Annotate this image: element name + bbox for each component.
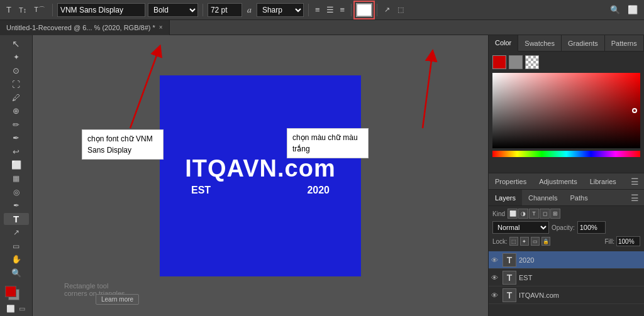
properties-tabs: Properties Adjustments Libraries ☰	[489, 173, 644, 190]
screen-mode-button[interactable]: ▭	[17, 303, 27, 313]
sharpness-select[interactable]: Sharp Smooth Strong	[257, 3, 304, 17]
text-tool[interactable]: T	[4, 213, 29, 225]
document-tab[interactable]: Untitled-1-Recovered @ 6... % (2020, RGB…	[0, 20, 170, 35]
brush-tool[interactable]: ✏	[4, 119, 29, 131]
layer-name-2020: 2020	[519, 256, 641, 264]
layers-subtabs: Layers Channels Paths ☰	[489, 190, 644, 206]
gradients-tab[interactable]: Gradients	[562, 35, 605, 51]
3d-text-button[interactable]: ↗	[382, 4, 392, 15]
hand-tool[interactable]: ✋	[4, 253, 29, 265]
layer-filter-type[interactable]: T	[529, 209, 539, 219]
swatches-tab[interactable]: Swatches	[518, 35, 562, 51]
healing-brush-tool[interactable]: ⊕	[4, 105, 29, 117]
eye-icon-2020[interactable]: 👁	[491, 256, 500, 264]
layers-list: 👁 T 2020 👁 T EST 👁 T ITQAVN.com	[489, 251, 644, 304]
zoom-tool[interactable]: 🔍	[4, 267, 29, 279]
text-tool-button[interactable]: T	[4, 4, 14, 16]
separator5	[377, 4, 377, 16]
libraries-tab[interactable]: Libraries	[584, 173, 623, 189]
learn-more-button[interactable]: Learn more	[96, 294, 139, 305]
font-annotation-box: chọn font chữ VNM Sans Display	[82, 129, 164, 160]
eye-icon-itqavn[interactable]: 👁	[491, 291, 500, 299]
separator4	[351, 4, 352, 16]
crop-tool[interactable]: ⛶	[4, 78, 29, 90]
selection-tool[interactable]: ↖	[4, 38, 29, 50]
layer-filter-pixel[interactable]: ⬜	[508, 209, 518, 219]
foreground-color-swatch[interactable]	[5, 286, 16, 297]
path-selection-tool[interactable]: ↗	[4, 226, 29, 238]
channels-tab[interactable]: Channels	[522, 190, 564, 205]
search-button[interactable]: 🔍	[608, 4, 623, 16]
hue-slider[interactable]	[492, 151, 640, 157]
eraser-tool[interactable]: ⬜	[4, 159, 29, 171]
paths-tab[interactable]: Paths	[564, 190, 594, 205]
layers-tab[interactable]: Layers	[489, 190, 522, 205]
tab-close-button[interactable]: ×	[159, 24, 163, 31]
lock-artboard-btn[interactable]: ▭	[531, 237, 540, 246]
layer-item-itqavn[interactable]: 👁 T ITQAVN.com	[489, 286, 644, 304]
align-left-button[interactable]: ≡	[313, 4, 322, 16]
adjustments-tab[interactable]: Adjustments	[533, 173, 584, 189]
font-size-input[interactable]	[208, 3, 242, 17]
layer-filter-shape[interactable]: ◻	[540, 209, 550, 219]
layer-filter-adjust[interactable]: ◑	[518, 209, 528, 219]
layers-search-row: Kind ⬜ ◑ T ◻ ⊞	[492, 209, 640, 219]
type-options-button[interactable]: ⬚	[395, 4, 406, 15]
separator1	[52, 4, 53, 16]
clone-stamp-tool[interactable]: ✒	[4, 132, 29, 144]
layer-item-2020[interactable]: 👁 T 2020	[489, 251, 644, 269]
shape-tool[interactable]: ▭	[4, 240, 29, 252]
dodge-tool[interactable]: ◎	[4, 186, 29, 198]
top-toolbar: T T↕ T⌒ Bold Regular Italic 𝑎 Sharp Smoo…	[0, 0, 644, 20]
properties-menu[interactable]: ☰	[626, 173, 644, 189]
quick-mask-button[interactable]: ⬜	[6, 303, 16, 313]
transparent-color-chip[interactable]	[525, 55, 539, 69]
canvas-year-label: 2020	[307, 185, 330, 196]
opacity-label: Opacity:	[552, 224, 575, 231]
layer-filter-smart[interactable]: ⊞	[550, 209, 560, 219]
properties-tab[interactable]: Properties	[489, 173, 533, 189]
font-style-select[interactable]: Bold Regular Italic	[148, 3, 198, 17]
background-color-chip[interactable]	[509, 55, 523, 69]
color-swatches-row	[492, 55, 640, 69]
fill-input[interactable]	[616, 236, 640, 246]
fill-label: Fill:	[604, 238, 614, 245]
color-gradient-picker[interactable]	[492, 73, 640, 148]
tab-label: Untitled-1-Recovered @ 6... % (2020, RGB…	[6, 24, 155, 31]
lock-label: Lock:	[492, 238, 508, 245]
direct-selection-tool[interactable]: ✦	[4, 51, 29, 63]
color-gradient-main	[492, 73, 640, 148]
color-tab[interactable]: Color	[489, 35, 518, 52]
eyedropper-tool[interactable]: 🖊	[4, 92, 29, 104]
opacity-input[interactable]	[577, 221, 606, 234]
lock-pixels-btn[interactable]: ⬚	[509, 237, 518, 246]
align-right-button[interactable]: ≡	[338, 4, 347, 16]
blend-mode-row: Normal Multiply Screen Opacity:	[492, 221, 640, 234]
blend-mode-select[interactable]: Normal Multiply Screen	[492, 221, 549, 234]
color-panel-body	[489, 52, 644, 163]
warp-text-button[interactable]: T⌒	[31, 4, 48, 16]
font-name-input[interactable]	[57, 3, 145, 17]
canvas-main-text: ITQAVN.com	[185, 155, 335, 182]
color-picker-circle[interactable]	[632, 108, 637, 113]
history-brush-tool[interactable]: ↩	[4, 146, 29, 158]
gradient-tool[interactable]: ▦	[4, 173, 29, 185]
color-annotation-box: chọn màu chữ màu trắng	[287, 128, 369, 158]
canvas-area: ITQAVN.com EST 2020 chọn font chữ VNM Sa…	[33, 35, 488, 316]
antialiasing-button[interactable]: 𝑎	[245, 3, 254, 16]
color-gradient-dark	[492, 73, 640, 148]
layers-menu[interactable]: ☰	[626, 190, 644, 205]
foreground-color-chip[interactable]	[492, 55, 506, 69]
lock-all-btn[interactable]: 🔒	[541, 237, 550, 246]
arrange-button[interactable]: ⬜	[625, 4, 640, 16]
align-center-button[interactable]: ☰	[325, 4, 336, 16]
main-area: ↖ ✦ ⊙ ⛶ 🖊 ⊕ ✏ ✒ ↩ ⬜ ▦ ◎ ✒ T ↗ ▭ ✋ 🔍 ⬜ ▭ …	[0, 35, 644, 316]
patterns-tab[interactable]: Patterns	[605, 35, 644, 51]
pen-tool[interactable]: ✒	[4, 199, 29, 211]
toggle-chars-button[interactable]: T↕	[16, 5, 29, 15]
lasso-tool[interactable]: ⊙	[4, 65, 29, 77]
eye-icon-est[interactable]: 👁	[491, 274, 500, 281]
lock-position-btn[interactable]: ✦	[520, 237, 529, 246]
text-color-swatch[interactable]	[356, 3, 372, 17]
layer-item-est[interactable]: 👁 T EST	[489, 269, 644, 286]
